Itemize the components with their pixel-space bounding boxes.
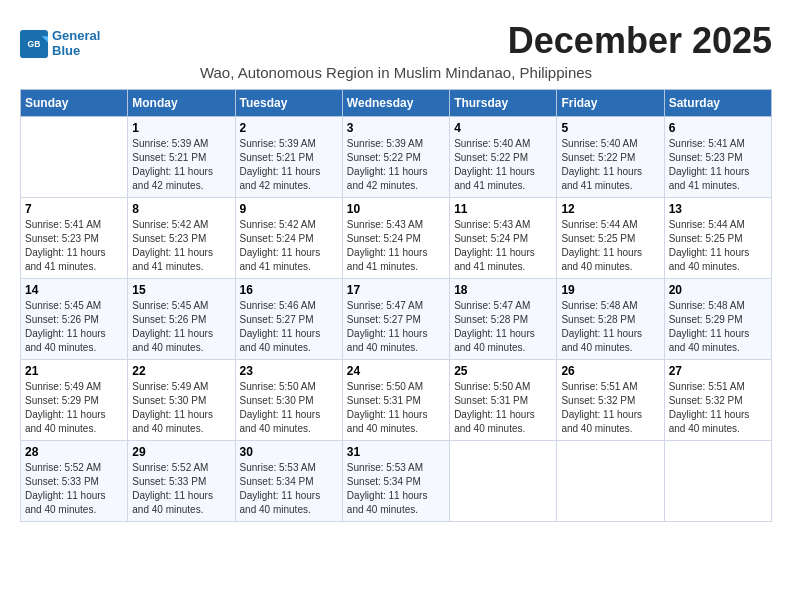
day-info: Sunrise: 5:42 AMSunset: 5:24 PMDaylight:…: [240, 218, 338, 274]
calendar-table: SundayMondayTuesdayWednesdayThursdayFrid…: [20, 89, 772, 522]
header-saturday: Saturday: [664, 90, 771, 117]
calendar-cell: 19Sunrise: 5:48 AMSunset: 5:28 PMDayligh…: [557, 279, 664, 360]
calendar-cell: 14Sunrise: 5:45 AMSunset: 5:26 PMDayligh…: [21, 279, 128, 360]
day-number: 5: [561, 121, 659, 135]
day-number: 19: [561, 283, 659, 297]
day-info: Sunrise: 5:48 AMSunset: 5:29 PMDaylight:…: [669, 299, 767, 355]
day-number: 21: [25, 364, 123, 378]
week-row-2: 7Sunrise: 5:41 AMSunset: 5:23 PMDaylight…: [21, 198, 772, 279]
day-info: Sunrise: 5:53 AMSunset: 5:34 PMDaylight:…: [240, 461, 338, 517]
day-number: 10: [347, 202, 445, 216]
day-info: Sunrise: 5:52 AMSunset: 5:33 PMDaylight:…: [132, 461, 230, 517]
day-number: 27: [669, 364, 767, 378]
logo: GB General Blue: [20, 29, 100, 58]
day-info: Sunrise: 5:44 AMSunset: 5:25 PMDaylight:…: [669, 218, 767, 274]
day-number: 11: [454, 202, 552, 216]
day-info: Sunrise: 5:50 AMSunset: 5:31 PMDaylight:…: [347, 380, 445, 436]
calendar-cell: 15Sunrise: 5:45 AMSunset: 5:26 PMDayligh…: [128, 279, 235, 360]
calendar-cell: 4Sunrise: 5:40 AMSunset: 5:22 PMDaylight…: [450, 117, 557, 198]
calendar-cell: [21, 117, 128, 198]
day-number: 12: [561, 202, 659, 216]
day-info: Sunrise: 5:45 AMSunset: 5:26 PMDaylight:…: [132, 299, 230, 355]
calendar-cell: 22Sunrise: 5:49 AMSunset: 5:30 PMDayligh…: [128, 360, 235, 441]
day-info: Sunrise: 5:47 AMSunset: 5:28 PMDaylight:…: [454, 299, 552, 355]
header-sunday: Sunday: [21, 90, 128, 117]
calendar-cell: 10Sunrise: 5:43 AMSunset: 5:24 PMDayligh…: [342, 198, 449, 279]
calendar-cell: 31Sunrise: 5:53 AMSunset: 5:34 PMDayligh…: [342, 441, 449, 522]
calendar-cell: 20Sunrise: 5:48 AMSunset: 5:29 PMDayligh…: [664, 279, 771, 360]
day-info: Sunrise: 5:50 AMSunset: 5:30 PMDaylight:…: [240, 380, 338, 436]
day-info: Sunrise: 5:44 AMSunset: 5:25 PMDaylight:…: [561, 218, 659, 274]
logo-general: General: [52, 29, 100, 43]
day-number: 28: [25, 445, 123, 459]
header-friday: Friday: [557, 90, 664, 117]
day-info: Sunrise: 5:49 AMSunset: 5:29 PMDaylight:…: [25, 380, 123, 436]
logo-blue: Blue: [52, 44, 100, 58]
day-number: 18: [454, 283, 552, 297]
calendar-cell: 26Sunrise: 5:51 AMSunset: 5:32 PMDayligh…: [557, 360, 664, 441]
calendar-cell: 18Sunrise: 5:47 AMSunset: 5:28 PMDayligh…: [450, 279, 557, 360]
calendar-cell: 1Sunrise: 5:39 AMSunset: 5:21 PMDaylight…: [128, 117, 235, 198]
day-info: Sunrise: 5:47 AMSunset: 5:27 PMDaylight:…: [347, 299, 445, 355]
day-number: 25: [454, 364, 552, 378]
calendar-cell: [664, 441, 771, 522]
day-info: Sunrise: 5:51 AMSunset: 5:32 PMDaylight:…: [669, 380, 767, 436]
day-info: Sunrise: 5:43 AMSunset: 5:24 PMDaylight:…: [347, 218, 445, 274]
day-number: 6: [669, 121, 767, 135]
calendar-cell: 21Sunrise: 5:49 AMSunset: 5:29 PMDayligh…: [21, 360, 128, 441]
day-number: 31: [347, 445, 445, 459]
calendar-cell: 7Sunrise: 5:41 AMSunset: 5:23 PMDaylight…: [21, 198, 128, 279]
day-info: Sunrise: 5:48 AMSunset: 5:28 PMDaylight:…: [561, 299, 659, 355]
calendar-cell: 24Sunrise: 5:50 AMSunset: 5:31 PMDayligh…: [342, 360, 449, 441]
day-number: 16: [240, 283, 338, 297]
calendar-cell: 12Sunrise: 5:44 AMSunset: 5:25 PMDayligh…: [557, 198, 664, 279]
header-wednesday: Wednesday: [342, 90, 449, 117]
day-number: 3: [347, 121, 445, 135]
day-info: Sunrise: 5:39 AMSunset: 5:21 PMDaylight:…: [132, 137, 230, 193]
week-row-5: 28Sunrise: 5:52 AMSunset: 5:33 PMDayligh…: [21, 441, 772, 522]
day-number: 26: [561, 364, 659, 378]
day-number: 22: [132, 364, 230, 378]
header-tuesday: Tuesday: [235, 90, 342, 117]
header-monday: Monday: [128, 90, 235, 117]
week-row-1: 1Sunrise: 5:39 AMSunset: 5:21 PMDaylight…: [21, 117, 772, 198]
day-number: 30: [240, 445, 338, 459]
calendar-cell: 3Sunrise: 5:39 AMSunset: 5:22 PMDaylight…: [342, 117, 449, 198]
calendar-cell: 17Sunrise: 5:47 AMSunset: 5:27 PMDayligh…: [342, 279, 449, 360]
calendar-cell: 6Sunrise: 5:41 AMSunset: 5:23 PMDaylight…: [664, 117, 771, 198]
week-row-3: 14Sunrise: 5:45 AMSunset: 5:26 PMDayligh…: [21, 279, 772, 360]
calendar-cell: 9Sunrise: 5:42 AMSunset: 5:24 PMDaylight…: [235, 198, 342, 279]
day-info: Sunrise: 5:41 AMSunset: 5:23 PMDaylight:…: [669, 137, 767, 193]
day-number: 9: [240, 202, 338, 216]
week-row-4: 21Sunrise: 5:49 AMSunset: 5:29 PMDayligh…: [21, 360, 772, 441]
calendar-cell: 28Sunrise: 5:52 AMSunset: 5:33 PMDayligh…: [21, 441, 128, 522]
day-number: 7: [25, 202, 123, 216]
day-number: 8: [132, 202, 230, 216]
subtitle: Wao, Autonomous Region in Muslim Mindana…: [20, 64, 772, 81]
day-info: Sunrise: 5:43 AMSunset: 5:24 PMDaylight:…: [454, 218, 552, 274]
calendar-cell: 8Sunrise: 5:42 AMSunset: 5:23 PMDaylight…: [128, 198, 235, 279]
day-number: 1: [132, 121, 230, 135]
day-number: 29: [132, 445, 230, 459]
calendar-cell: 5Sunrise: 5:40 AMSunset: 5:22 PMDaylight…: [557, 117, 664, 198]
day-info: Sunrise: 5:53 AMSunset: 5:34 PMDaylight:…: [347, 461, 445, 517]
calendar-cell: 11Sunrise: 5:43 AMSunset: 5:24 PMDayligh…: [450, 198, 557, 279]
day-info: Sunrise: 5:40 AMSunset: 5:22 PMDaylight:…: [561, 137, 659, 193]
day-info: Sunrise: 5:51 AMSunset: 5:32 PMDaylight:…: [561, 380, 659, 436]
day-number: 20: [669, 283, 767, 297]
day-info: Sunrise: 5:42 AMSunset: 5:23 PMDaylight:…: [132, 218, 230, 274]
calendar-cell: 2Sunrise: 5:39 AMSunset: 5:21 PMDaylight…: [235, 117, 342, 198]
header-row: SundayMondayTuesdayWednesdayThursdayFrid…: [21, 90, 772, 117]
day-number: 15: [132, 283, 230, 297]
logo-icon: GB: [20, 30, 48, 58]
calendar-cell: 23Sunrise: 5:50 AMSunset: 5:30 PMDayligh…: [235, 360, 342, 441]
calendar-cell: [557, 441, 664, 522]
calendar-cell: 30Sunrise: 5:53 AMSunset: 5:34 PMDayligh…: [235, 441, 342, 522]
day-number: 23: [240, 364, 338, 378]
svg-text:GB: GB: [28, 39, 41, 49]
day-number: 24: [347, 364, 445, 378]
day-number: 13: [669, 202, 767, 216]
day-info: Sunrise: 5:41 AMSunset: 5:23 PMDaylight:…: [25, 218, 123, 274]
calendar-cell: 16Sunrise: 5:46 AMSunset: 5:27 PMDayligh…: [235, 279, 342, 360]
day-info: Sunrise: 5:50 AMSunset: 5:31 PMDaylight:…: [454, 380, 552, 436]
